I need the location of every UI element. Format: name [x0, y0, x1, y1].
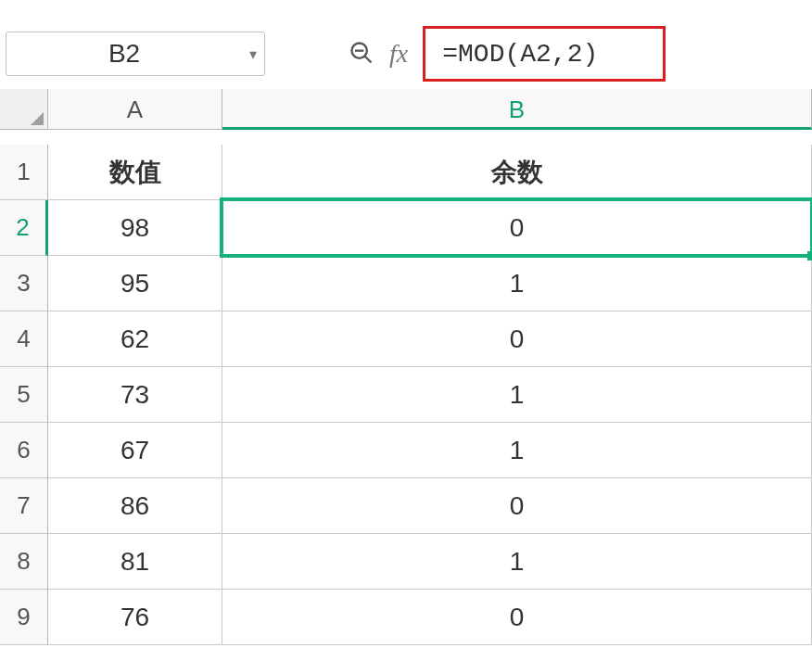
row-header-3[interactable]: 3 — [0, 256, 48, 311]
row-header-8[interactable]: 8 — [0, 534, 48, 590]
cell-B8[interactable]: 1 — [222, 534, 812, 590]
cell-A8[interactable]: 81 — [48, 534, 222, 590]
cell-B5[interactable]: 1 — [222, 367, 812, 423]
name-box[interactable]: B2 ▾ — [6, 32, 265, 76]
svg-line-2 — [365, 57, 372, 63]
fx-label[interactable]: fx — [389, 39, 408, 69]
formula-input[interactable]: =MOD(A2,2) — [423, 26, 666, 82]
row-header-7[interactable]: 7 — [0, 478, 48, 534]
col-header-B[interactable]: B — [222, 89, 812, 130]
formula-bar-area: B2 ▾ fx =MOD(A2,2) — [0, 0, 812, 89]
row-header-2[interactable]: 2 — [0, 200, 48, 256]
select-all-corner[interactable] — [0, 89, 48, 130]
cell-B9[interactable]: 0 — [222, 590, 812, 645]
chevron-down-icon[interactable]: ▾ — [242, 45, 264, 63]
cell-A2[interactable]: 98 — [48, 200, 222, 256]
zoom-out-icon[interactable] — [349, 40, 376, 68]
cell-B4[interactable]: 0 — [222, 311, 812, 367]
cell-B7[interactable]: 0 — [222, 478, 812, 534]
formula-text: =MOD(A2,2) — [442, 40, 598, 69]
cell-A9[interactable]: 76 — [48, 590, 222, 645]
cell-A5[interactable]: 73 — [48, 367, 222, 423]
cell-A7[interactable]: 86 — [48, 478, 222, 534]
row-header-9[interactable]: 9 — [0, 590, 48, 645]
cell-B2[interactable]: 0 — [222, 200, 812, 256]
cell-A6[interactable]: 67 — [48, 423, 222, 478]
row-header-6[interactable]: 6 — [0, 423, 48, 478]
cell-B3[interactable]: 1 — [222, 256, 812, 311]
cell-B6[interactable]: 1 — [222, 423, 812, 478]
cell-A4[interactable]: 62 — [48, 311, 222, 367]
col-header-A[interactable]: A — [48, 89, 222, 130]
row-header-4[interactable]: 4 — [0, 311, 48, 367]
cell-B1[interactable]: 余数 — [222, 145, 812, 200]
row-header-5[interactable]: 5 — [0, 367, 48, 423]
spreadsheet-grid[interactable]: A B 1 数值 余数 2 98 0 3 95 1 4 62 0 5 73 1 … — [0, 89, 812, 645]
row-header-1[interactable]: 1 — [0, 145, 48, 200]
cell-A1[interactable]: 数值 — [48, 145, 222, 200]
name-box-value: B2 — [6, 39, 242, 69]
cell-A3[interactable]: 95 — [48, 256, 222, 311]
